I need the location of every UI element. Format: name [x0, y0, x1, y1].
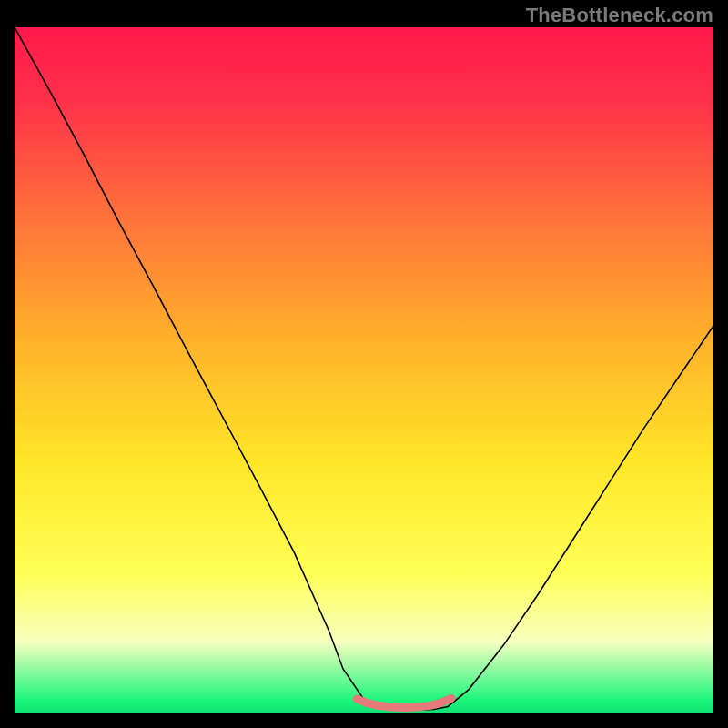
- curve-black: [15, 27, 713, 710]
- plot-area: [15, 27, 713, 713]
- chart-stage: TheBottleneck.com: [0, 0, 728, 728]
- curve-layer: [15, 27, 713, 713]
- well-marker: [357, 698, 451, 707]
- watermark-text: TheBottleneck.com: [526, 4, 713, 27]
